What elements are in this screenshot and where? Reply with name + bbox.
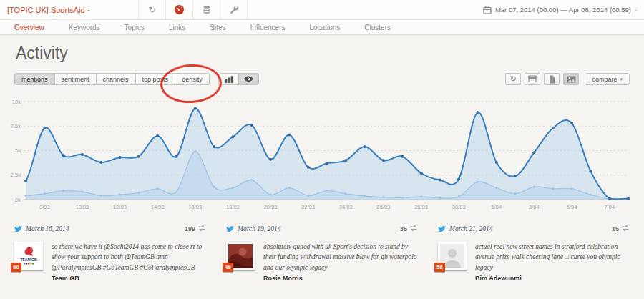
tweet-card[interactable]: March 21, 20141558actual real new street…	[438, 222, 630, 282]
tab-bar: OverviewKeywordsTopicsLinksSitesInfluenc…	[0, 20, 644, 35]
svg-text:3/04: 3/04	[529, 204, 540, 210]
topic-title: [TOPIC UK] SportsAid	[7, 6, 85, 14]
tweet-content: absolutely gutted with uk Sport's decisi…	[263, 242, 418, 282]
tweet-text: absolutely gutted with uk Sport's decisi…	[263, 242, 418, 273]
view-button-channels[interactable]: channels	[96, 73, 136, 85]
refresh-icon: ↻	[148, 6, 155, 14]
avatar: TEAM GB90	[14, 242, 43, 270]
bar-chart-icon	[225, 75, 233, 84]
retweet-icon	[197, 225, 206, 233]
tweet-header: March 16, 2014199	[14, 222, 206, 235]
svg-text:12/03: 12/03	[113, 204, 127, 210]
eye-icon	[244, 76, 253, 82]
tweet-header: March 21, 201415	[438, 222, 630, 235]
view-button-sentiment[interactable]: sentiment	[54, 73, 97, 85]
twitter-icon	[226, 222, 234, 235]
svg-text:20/03: 20/03	[264, 204, 278, 210]
svg-text:10k: 10k	[12, 99, 21, 105]
svg-text:2.5k: 2.5k	[11, 172, 21, 178]
tweet-date: March 21, 2014	[449, 225, 493, 232]
tweet-body: 49absolutely gutted with uk Sport's deci…	[226, 242, 418, 282]
svg-text:30/03: 30/03	[452, 204, 466, 210]
svg-text:1/04: 1/04	[491, 204, 502, 210]
date-caret-icon: -	[635, 6, 637, 14]
tweet-content: actual real new street names in stratfor…	[475, 242, 630, 282]
svg-text:22/03: 22/03	[301, 204, 315, 210]
activity-chart-panel: 0k2.5k5k7.5k10k8/0310/0312/0314/0316/031…	[0, 92, 644, 215]
retweet-count: 15	[612, 225, 630, 233]
tweet-content: so there we have it @Sochi2014 has come …	[52, 242, 206, 282]
svg-text:8/03: 8/03	[39, 204, 50, 210]
tab-keywords[interactable]: Keywords	[69, 24, 100, 31]
tweet-author: Team GB	[52, 275, 206, 282]
tab-overview[interactable]: Overview	[14, 24, 44, 31]
refresh-mode-button[interactable]: ↻	[138, 0, 165, 19]
tab-sites[interactable]: Sites	[210, 24, 225, 31]
svg-text:0k: 0k	[15, 197, 21, 203]
calendar-icon	[483, 6, 492, 14]
settings-mode-button[interactable]	[220, 0, 248, 19]
dashboard-mode-button[interactable]	[165, 0, 192, 19]
date-range-picker[interactable]: Mar 07, 2014 (00:00) — Apr 08, 2014 (00:…	[483, 6, 644, 14]
topic-selector[interactable]: [TOPIC UK] SportsAid -	[0, 6, 90, 14]
database-icon	[202, 5, 212, 15]
chevron-down-icon: ▾	[620, 77, 623, 82]
export-tools: ↻	[505, 73, 630, 85]
image-icon	[567, 76, 576, 83]
retweet-icon	[621, 225, 630, 233]
tweet-author: Rosie Morris	[263, 275, 418, 282]
image-export-button[interactable]	[563, 73, 579, 85]
retweet-icon	[409, 225, 418, 233]
view-button-density[interactable]: density	[175, 73, 210, 85]
tweet-date: March 19, 2014	[238, 225, 281, 232]
tweet-card[interactable]: March 19, 20143549absolutely gutted with…	[226, 222, 418, 282]
wrench-icon	[229, 5, 239, 15]
gauge-icon	[174, 4, 185, 15]
display-toggle-group	[218, 73, 259, 85]
tab-clusters[interactable]: Clusters	[364, 24, 391, 31]
twitter-icon	[438, 222, 446, 235]
svg-text:24/03: 24/03	[339, 204, 353, 210]
svg-text:5/04: 5/04	[567, 204, 577, 210]
retweet-count: 35	[400, 225, 418, 233]
data-mode-button[interactable]	[192, 0, 220, 19]
table-export-button[interactable]	[525, 73, 540, 85]
compare-button[interactable]: compare ▾	[585, 73, 630, 85]
influence-badge: 58	[434, 263, 445, 272]
refresh-icon: ↻	[510, 75, 517, 83]
file-export-button[interactable]	[544, 73, 560, 85]
retweet-count: 199	[185, 225, 206, 233]
eye-view-button[interactable]	[238, 73, 259, 85]
influence-badge: 49	[223, 263, 233, 272]
refresh-chart-button[interactable]: ↻	[505, 73, 521, 85]
mode-switcher: ↻	[138, 0, 248, 19]
svg-text:TEAM GB: TEAM GB	[20, 258, 36, 262]
tweet-body: 58actual real new street names in stratf…	[438, 242, 630, 282]
tweet-header: March 19, 201435	[226, 222, 418, 235]
bar-chart-view-button[interactable]	[218, 73, 239, 85]
topbar: [TOPIC UK] SportsAid - ↻	[0, 0, 644, 20]
analytics-dashboard: [TOPIC UK] SportsAid - ↻	[0, 0, 644, 299]
svg-text:7.5k: 7.5k	[11, 123, 21, 129]
svg-text:18/03: 18/03	[226, 204, 240, 210]
svg-text:7/04: 7/04	[604, 204, 615, 210]
svg-text:10/03: 10/03	[76, 204, 89, 210]
tab-links[interactable]: Links	[169, 24, 185, 31]
top-tweets-row: March 16, 2014199TEAM GB90so there we ha…	[14, 222, 630, 282]
tweet-author: Bim Adewunmi	[475, 275, 630, 282]
activity-chart[interactable]: 0k2.5k5k7.5k10k8/0310/0312/0314/0316/031…	[0, 92, 644, 215]
compare-label: compare	[592, 76, 617, 83]
view-button-mentions[interactable]: mentions	[14, 73, 55, 85]
main-content: Activity mentionssentimentchannelstop po…	[0, 35, 644, 299]
view-button-top-posts[interactable]: top posts	[135, 73, 176, 85]
svg-text:5k: 5k	[15, 147, 21, 154]
tab-influencers[interactable]: Influencers	[250, 24, 286, 31]
page-title: Activity	[16, 44, 68, 63]
table-icon	[528, 75, 537, 83]
tab-topics[interactable]: Topics	[125, 24, 145, 31]
svg-text:26/03: 26/03	[377, 204, 391, 210]
date-range-label: Mar 07, 2014 (00:00) — Apr 08, 2014 (00:…	[495, 6, 631, 14]
chart-toolbar: mentionssentimentchannelstop postsdensit…	[14, 73, 630, 86]
tab-locations[interactable]: Locations	[309, 24, 340, 31]
tweet-card[interactable]: March 16, 2014199TEAM GB90so there we ha…	[14, 222, 206, 282]
